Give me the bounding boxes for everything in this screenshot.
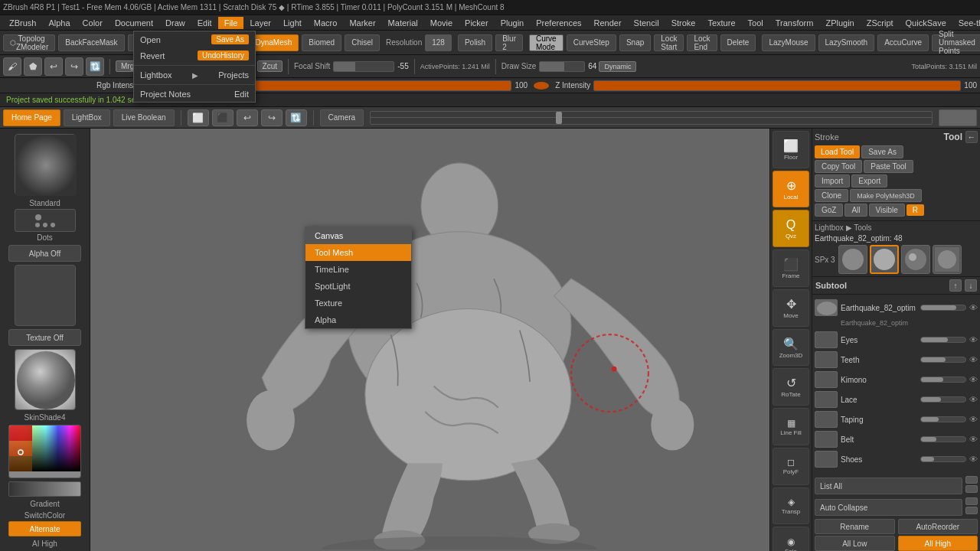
list-all-btn[interactable]: List All bbox=[815, 478, 962, 494]
subtool-icon-kimono[interactable] bbox=[815, 371, 838, 388]
subtool-eye-earthquake[interactable]: 👁 bbox=[969, 303, 978, 312]
subtool-down-btn[interactable]: ↓ bbox=[965, 279, 977, 292]
subtool-up-btn[interactable]: ↑ bbox=[949, 279, 962, 292]
menu-color[interactable]: Color bbox=[77, 17, 109, 29]
subtool-slider-shoes[interactable] bbox=[920, 456, 966, 462]
subtool-eye-teeth[interactable]: 👁 bbox=[969, 355, 978, 364]
live-boolean-btn[interactable]: Live Boolean bbox=[113, 109, 175, 126]
tool-thumb-1[interactable] bbox=[838, 245, 867, 274]
auto-collapse-down-btn[interactable] bbox=[965, 507, 978, 514]
paste-tool-btn[interactable]: Paste Tool bbox=[864, 160, 913, 173]
all-btn[interactable]: All bbox=[844, 204, 867, 217]
visible-btn[interactable]: Visible bbox=[869, 204, 905, 217]
lightbox-tools-label[interactable]: Lightbox ▶ Tools bbox=[815, 223, 978, 232]
menu-movie[interactable]: Movie bbox=[424, 17, 459, 29]
subtool-slider-belt[interactable] bbox=[920, 436, 966, 442]
chisel-btn[interactable]: Chisel bbox=[345, 34, 380, 51]
split-unmasked-btn[interactable]: Split Unmasked Points bbox=[932, 34, 980, 51]
seethrough-btn[interactable]: See-through 0 bbox=[952, 17, 980, 29]
menu-macro[interactable]: Macro bbox=[308, 17, 344, 29]
menu-render[interactable]: Render bbox=[588, 17, 628, 29]
subtool-icon-earthquake[interactable] bbox=[815, 299, 838, 316]
transp-btn[interactable]: ◈ Transp bbox=[773, 487, 809, 525]
alpha-off-btn[interactable]: Alpha Off bbox=[8, 245, 81, 262]
frame-btn[interactable]: ⬛ Frame bbox=[773, 249, 809, 287]
polish-btn[interactable]: Polish bbox=[458, 34, 492, 51]
camera-btn[interactable]: Camera bbox=[320, 109, 364, 126]
subtool-icon-eyes[interactable] bbox=[815, 331, 838, 348]
toolmesh-item[interactable]: Tool Mesh bbox=[305, 244, 411, 261]
brush-icon-4[interactable]: ↪ bbox=[65, 57, 83, 76]
menu-document[interactable]: Document bbox=[109, 17, 159, 29]
auto-collapse-btn[interactable]: Auto Collapse bbox=[815, 499, 962, 516]
brush-icon-1[interactable]: 🖌 bbox=[3, 57, 21, 76]
autoreorder-btn[interactable]: AutoReorder bbox=[898, 519, 978, 534]
canvas-content[interactable] bbox=[90, 129, 812, 551]
blur-btn[interactable]: Blur 2 bbox=[495, 34, 523, 51]
menu-light[interactable]: Light bbox=[277, 17, 308, 29]
subtool-eye-eyes[interactable]: 👁 bbox=[969, 335, 978, 344]
snap-btn[interactable]: Snap bbox=[619, 34, 651, 51]
nav-brush-3[interactable]: ↩ bbox=[237, 109, 258, 126]
polyf-btn[interactable]: ◻ PolyF bbox=[773, 448, 809, 485]
subtool-eye-kimono[interactable]: 👁 bbox=[969, 375, 978, 384]
texture-preview[interactable] bbox=[15, 349, 76, 410]
nav-brush-1[interactable]: ⬜ bbox=[188, 109, 209, 126]
qvz-btn[interactable]: Q Qvz bbox=[773, 210, 809, 247]
file-projectnotes[interactable]: Project Notes Edit bbox=[134, 86, 255, 102]
menu-zbrush[interactable]: ZBrush bbox=[3, 17, 42, 29]
makepolymesh-btn[interactable]: Make PolyMesh3D bbox=[850, 189, 922, 202]
zoom3d-btn[interactable]: 🔍 Zoom3D bbox=[773, 329, 809, 367]
rename-btn[interactable]: Rename bbox=[815, 519, 895, 534]
menu-alpha[interactable]: Alpha bbox=[42, 17, 76, 29]
file-open[interactable]: Open Save As bbox=[134, 31, 255, 47]
lightbox-nav-btn[interactable]: LightBox bbox=[64, 109, 110, 126]
menu-zscript[interactable]: ZScript bbox=[861, 17, 900, 29]
menu-texture[interactable]: Texture bbox=[701, 17, 741, 29]
nav-brush-4[interactable]: ↪ bbox=[261, 109, 283, 126]
lazysmooth-btn[interactable]: LazySmooth bbox=[818, 34, 875, 51]
alpha-item[interactable]: Alpha bbox=[305, 311, 411, 328]
curvestep-btn[interactable]: CurveStep bbox=[567, 34, 616, 51]
menu-preferences[interactable]: Preferences bbox=[530, 17, 587, 29]
subtool-icon-taping[interactable] bbox=[815, 411, 838, 428]
subtool-eye-taping[interactable]: 👁 bbox=[969, 415, 978, 424]
tool-collapse-btn[interactable]: ← bbox=[965, 131, 978, 143]
menu-layer[interactable]: Layer bbox=[243, 17, 277, 29]
rotate-btn[interactable]: ↺ RoTate bbox=[773, 368, 809, 406]
biomed-btn[interactable]: Biomed bbox=[302, 34, 341, 51]
subtool-slider-kimono[interactable] bbox=[920, 377, 966, 383]
linefill-btn[interactable]: ▦ Line Fill bbox=[773, 408, 809, 445]
lockend-btn[interactable]: Lock End bbox=[687, 34, 717, 51]
accucurve-btn[interactable]: AccuCurve bbox=[877, 34, 929, 51]
subtool-slider-teeth[interactable] bbox=[920, 357, 966, 363]
timeline-ruler[interactable] bbox=[370, 111, 933, 125]
move-btn[interactable]: ✥ Move bbox=[773, 289, 809, 327]
menu-stroke[interactable]: Stroke bbox=[665, 17, 702, 29]
canvas-item[interactable]: Canvas bbox=[305, 227, 411, 244]
subtool-slider-eyes[interactable] bbox=[920, 337, 966, 343]
list-all-down-btn[interactable] bbox=[965, 485, 978, 493]
all-low-btn[interactable]: All Low bbox=[815, 536, 895, 551]
resolution-val[interactable]: 128 bbox=[425, 34, 452, 51]
gradient-bar[interactable] bbox=[8, 481, 81, 497]
r-btn[interactable]: R bbox=[906, 204, 924, 216]
z-intensity-slider[interactable] bbox=[593, 80, 961, 91]
menu-file[interactable]: File bbox=[218, 17, 244, 29]
goz-btn[interactable]: GoZ bbox=[815, 204, 843, 217]
nav-brush-2[interactable]: ⬛ bbox=[212, 109, 234, 126]
color-picker[interactable] bbox=[8, 425, 81, 478]
subtool-icon-belt[interactable] bbox=[815, 431, 838, 448]
brush-preview[interactable] bbox=[15, 134, 76, 195]
backfacemask-btn[interactable]: BackFaceMask bbox=[58, 34, 124, 51]
texture-off-btn[interactable]: Texture Off bbox=[8, 329, 81, 346]
tool-thumb-2[interactable] bbox=[870, 245, 899, 274]
quicksave-btn[interactable]: QuickSave bbox=[900, 17, 952, 29]
canvas-area[interactable]: Canvas Tool Mesh TimeLine SpotLight Text… bbox=[90, 129, 812, 551]
subtool-slider-earthquake[interactable] bbox=[920, 305, 966, 311]
delete-tool-btn[interactable]: Delete bbox=[720, 34, 756, 51]
topolog-btn[interactable]: ⬡ Topolog ZModeler bbox=[3, 34, 55, 51]
file-revert[interactable]: Revert UndoHistory bbox=[134, 47, 255, 64]
menu-picker[interactable]: Picker bbox=[459, 17, 495, 29]
subtool-eye-lace[interactable]: 👁 bbox=[969, 395, 978, 404]
